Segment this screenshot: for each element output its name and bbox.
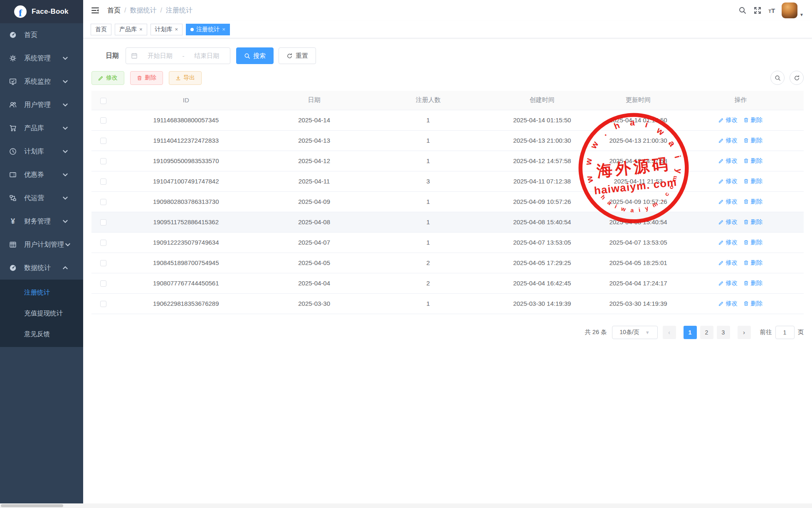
cell-created: 2025-04-14 01:15:50	[485, 110, 599, 130]
tag-产品库[interactable]: 产品库×	[115, 24, 147, 35]
table-refresh-icon[interactable]	[790, 71, 804, 85]
row-delete-link[interactable]: 删除	[743, 136, 763, 144]
navbar-actions: TT ▼	[738, 2, 804, 18]
date-range-input[interactable]: 开始日期 - 结束日期	[126, 47, 230, 64]
sidebar-subitem-注册统计[interactable]: 注册统计	[0, 282, 83, 303]
sidebar-item-产品库[interactable]: 产品库	[0, 116, 83, 140]
row-edit-link[interactable]: 修改	[718, 136, 738, 144]
page-button-1[interactable]: 1	[684, 326, 697, 339]
row-delete-link[interactable]: 删除	[743, 218, 763, 226]
end-date-placeholder[interactable]: 结束日期	[189, 52, 225, 60]
toolbar-row: 修改 删除 导出	[91, 71, 804, 85]
tag-label: 产品库	[119, 26, 137, 33]
hamburger-icon[interactable]	[91, 6, 100, 15]
row-edit-link[interactable]: 修改	[718, 218, 738, 226]
pagination-total: 共 26 条	[585, 328, 607, 336]
sidebar-item-label: 计划库	[24, 147, 62, 156]
next-page-button[interactable]: ›	[738, 326, 751, 339]
user-menu[interactable]: ▼	[782, 2, 804, 18]
avatar[interactable]	[782, 2, 797, 18]
goto-page-input[interactable]	[775, 326, 795, 339]
delete-button[interactable]: 删除	[130, 71, 163, 85]
reset-button[interactable]: 重置	[279, 47, 316, 64]
row-delete-link[interactable]: 删除	[743, 177, 763, 185]
search-icon[interactable]	[738, 6, 747, 15]
page-button-2[interactable]: 2	[700, 326, 713, 339]
edit-button[interactable]: 修改	[91, 71, 124, 85]
page-button-3[interactable]: 3	[717, 326, 730, 339]
row-edit-link[interactable]: 修改	[718, 198, 738, 206]
row-delete-link[interactable]: 删除	[743, 116, 763, 124]
page-size-select[interactable]: 10条/页 ▼	[612, 326, 658, 339]
chevron-down-icon	[62, 171, 69, 178]
close-icon[interactable]: ×	[139, 27, 143, 32]
table-tools	[770, 71, 804, 85]
scrollbar-thumb[interactable]	[1, 504, 63, 507]
row-checkbox[interactable]	[100, 158, 106, 164]
row-select-cell	[91, 253, 115, 273]
tag-注册统计[interactable]: 注册统计×	[186, 24, 230, 35]
row-delete-link[interactable]: 删除	[743, 238, 763, 246]
row-edit-label: 修改	[726, 279, 738, 287]
start-date-placeholder[interactable]: 开始日期	[142, 52, 178, 60]
app-logo[interactable]: f Face-Book	[0, 0, 83, 23]
cell-actions: 修改删除	[677, 212, 804, 232]
row-checkbox[interactable]	[100, 199, 106, 205]
sidebar-item-label: 优惠券	[24, 171, 62, 179]
sidebar-item-首页[interactable]: 首页	[0, 23, 83, 47]
close-icon[interactable]: ×	[222, 27, 225, 32]
row-checkbox[interactable]	[100, 138, 106, 144]
row-checkbox[interactable]	[100, 117, 106, 124]
select-all-checkbox[interactable]	[100, 98, 106, 104]
row-edit-link[interactable]: 修改	[718, 259, 738, 267]
row-edit-link[interactable]: 修改	[718, 177, 738, 185]
row-checkbox[interactable]	[100, 178, 106, 185]
sidebar-item-系统监控[interactable]: 系统监控	[0, 70, 83, 93]
table-row: 19091222350797496342025-04-0712025-04-07…	[91, 232, 804, 253]
sidebar-subitem-意见反馈[interactable]: 意见反馈	[0, 324, 83, 344]
tag-首页[interactable]: 首页	[91, 24, 111, 35]
row-checkbox[interactable]	[100, 280, 106, 287]
row-edit-link[interactable]: 修改	[718, 238, 738, 246]
tag-计划库[interactable]: 计划库×	[151, 24, 183, 35]
row-checkbox[interactable]	[100, 301, 106, 307]
table-search-icon[interactable]	[770, 71, 785, 85]
prev-page-button[interactable]: ‹	[663, 326, 676, 339]
breadcrumb-item[interactable]: 首页	[107, 6, 121, 15]
row-edit-link[interactable]: 修改	[718, 157, 738, 165]
sidebar-item-用户计划管理[interactable]: 用户计划管理	[0, 233, 83, 256]
sidebar-item-财务管理[interactable]: ¥财务管理	[0, 210, 83, 233]
sidebar-subitem-充值提现统计[interactable]: 充值提现统计	[0, 303, 83, 324]
sidebar-item-label: 系统管理	[24, 54, 62, 63]
row-checkbox[interactable]	[100, 240, 106, 246]
export-button[interactable]: 导出	[169, 71, 202, 85]
sidebar-item-代运营[interactable]: 代运营	[0, 186, 83, 210]
row-checkbox[interactable]	[100, 219, 106, 226]
sidebar-item-label: 数据统计	[24, 264, 62, 273]
sidebar-item-用户管理[interactable]: 用户管理	[0, 93, 83, 116]
row-delete-link[interactable]: 删除	[743, 259, 763, 267]
row-edit-link[interactable]: 修改	[718, 116, 738, 124]
row-delete-link[interactable]: 删除	[743, 157, 763, 165]
row-select-cell	[91, 232, 115, 253]
sidebar-item-数据统计[interactable]: 数据统计	[0, 256, 83, 280]
search-button[interactable]: 搜索	[236, 47, 274, 64]
page-list: 123	[684, 326, 730, 339]
row-delete-link[interactable]: 删除	[743, 279, 763, 287]
row-edit-link[interactable]: 修改	[718, 279, 738, 287]
edit-icon	[98, 75, 104, 81]
sidebar-item-计划库[interactable]: 计划库	[0, 140, 83, 163]
horizontal-scrollbar[interactable]	[0, 503, 812, 508]
cell-created: 2025-04-07 13:53:05	[485, 232, 599, 253]
row-checkbox[interactable]	[100, 260, 106, 266]
sidebar-item-优惠券[interactable]: 优惠券	[0, 163, 83, 186]
row-delete-link[interactable]: 删除	[743, 300, 763, 307]
fullscreen-icon[interactable]	[753, 6, 762, 15]
font-size-icon[interactable]: TT	[768, 7, 775, 14]
sidebar-item-系统管理[interactable]: 系统管理	[0, 47, 83, 70]
close-icon[interactable]: ×	[175, 27, 178, 32]
row-edit-link[interactable]: 修改	[718, 300, 738, 307]
cell-updated: 2025-04-08 15:40:54	[599, 212, 677, 232]
row-delete-link[interactable]: 删除	[743, 198, 763, 206]
clock-icon	[9, 148, 17, 155]
